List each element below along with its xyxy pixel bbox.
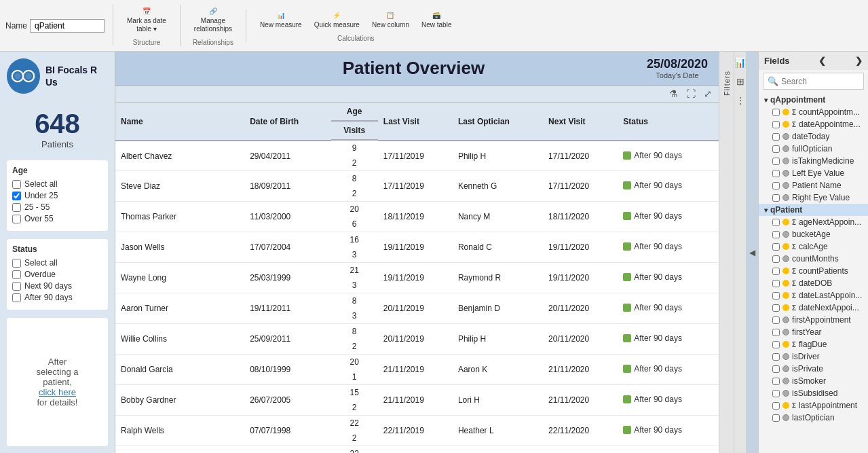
cell-last-visit: 22/11/2019	[378, 416, 453, 446]
mark-as-date-button[interactable]: 📅 Mark as datetable ▾	[121, 5, 172, 36]
tree-field-item[interactable]: firstYear	[759, 326, 868, 338]
status-next-90[interactable]: Next 90 days	[12, 281, 102, 291]
focus-icon-button[interactable]: ⛶	[683, 87, 698, 101]
tree-field-item[interactable]: Right Eye Value	[759, 192, 868, 204]
fields-search-input[interactable]	[781, 77, 859, 86]
status-select-all[interactable]: Select all	[12, 258, 102, 268]
tree-field-item[interactable]: fullOptician	[759, 143, 868, 155]
tree-folder[interactable]: ▾ qPatient	[759, 204, 868, 216]
tree-field-item[interactable]: isPrivate	[759, 363, 868, 375]
name-input[interactable]	[30, 19, 105, 33]
status-filter: Status Select all Overdue Next 90 days A…	[7, 239, 108, 310]
age-over-55[interactable]: Over 55	[12, 214, 102, 223]
manage-relationships-button[interactable]: 🔗 Managerelationships	[189, 5, 238, 36]
age-25-55-checkbox[interactable]	[12, 203, 21, 212]
table-row[interactable]: Albert Chavez 29/04/2011 9 2 17/11/2019 …	[115, 141, 719, 171]
status-after-90-checkbox[interactable]	[12, 293, 21, 302]
tree-field-item[interactable]: Σ dateNextAppoi...	[759, 302, 868, 314]
col-status: Status	[618, 103, 719, 141]
status-overdue[interactable]: Overdue	[12, 270, 102, 279]
viz-icon-3[interactable]: ⋮	[736, 95, 745, 106]
age-select-all[interactable]: Select all	[12, 179, 102, 189]
tree-field-item[interactable]: Σ countPatients	[759, 265, 868, 277]
table-row[interactable]: Donald Garcia 08/10/1999 20 1 21/11/2019…	[115, 355, 719, 385]
cell-last-visit: 19/11/2019	[378, 232, 453, 263]
expand-icon-button[interactable]: ⤢	[701, 87, 715, 101]
status-after-90[interactable]: After 90 days	[12, 293, 102, 302]
cell-last-visit: 17/11/2019	[378, 141, 453, 171]
cell-last-optician: Kenneth G	[453, 171, 543, 202]
table-row[interactable]: Bobby Gardner 26/07/2005 15 2 21/11/2019…	[115, 385, 719, 416]
patient-number: 648	[7, 109, 108, 139]
tree-item-label: isPrivate	[792, 364, 823, 374]
tree-field-item[interactable]: lastOptician	[759, 412, 868, 424]
new-measure-button[interactable]: 📊 New measure	[254, 9, 307, 32]
tree-field-item[interactable]: isSubsidised	[759, 387, 868, 399]
age-over-55-checkbox[interactable]	[12, 215, 21, 223]
tree-field-item[interactable]: Patient Name	[759, 179, 868, 192]
tree-field-item[interactable]: Left Eye Value	[759, 167, 868, 179]
tree-item-label: isSubsidised	[792, 388, 837, 398]
status-badge: After 90 days	[623, 211, 682, 221]
new-table-button[interactable]: 🗃️ New table	[416, 9, 457, 32]
new-column-button[interactable]: 📋 New column	[366, 9, 415, 32]
tree-field-item[interactable]: isSmoker	[759, 375, 868, 387]
status-next-90-label: Next 90 days	[24, 281, 72, 291]
table-row[interactable]: Jason Wells 17/07/2004 16 3 19/11/2019 R…	[115, 232, 719, 263]
tree-item-label: qAppointment	[770, 95, 825, 105]
collapse-button[interactable]: ◀	[746, 52, 758, 453]
table-row[interactable]: Joshua Bradley 05/11/1997 22 6 22/11/201…	[115, 446, 719, 454]
tree-folder[interactable]: ▾ qAppointment	[759, 94, 868, 106]
chevron-left-icon[interactable]: ❮	[818, 56, 826, 66]
tree-field-item[interactable]: dateToday	[759, 130, 868, 143]
tree-field-item[interactable]: Σ dateLastAppoin...	[759, 289, 868, 302]
age-25-55[interactable]: 25 - 55	[12, 202, 102, 212]
cell-status: After 90 days	[618, 416, 719, 446]
cell-dob: 17/07/2004	[244, 232, 331, 263]
tree-field-item[interactable]: isTakingMedicine	[759, 155, 868, 167]
tree-field-item[interactable]: Σ ageNextAppoin...	[759, 216, 868, 228]
tree-field-item[interactable]: Σ countAppointm...	[759, 106, 868, 118]
tree-field-item[interactable]: Σ calcAge	[759, 240, 868, 253]
toolbar-structure-buttons: 📅 Mark as datetable ▾	[121, 5, 172, 36]
tree-field-item[interactable]: countMonths	[759, 253, 868, 265]
fields-panel: Fields ❮ ❯ 🔍 ▾ qAppointment Σ countAppoi…	[758, 52, 868, 453]
viz-icon-2[interactable]: ⊞	[736, 76, 744, 87]
cell-status: After 90 days	[618, 293, 719, 324]
table-row[interactable]: Wayne Long 25/03/1999 21 3 19/11/2019 Ra…	[115, 263, 719, 293]
status-badge: After 90 days	[623, 151, 682, 160]
filter-icon-button[interactable]: ⚗	[666, 87, 681, 101]
age-under-25-checkbox[interactable]	[12, 192, 21, 200]
tree-field-item[interactable]: bucketAge	[759, 228, 868, 240]
table-row[interactable]: Thomas Parker 11/03/2000 20 6 18/11/2019…	[115, 202, 719, 232]
table-row[interactable]: Ralph Wells 07/07/1998 22 2 22/11/2019 H…	[115, 416, 719, 446]
table-row[interactable]: Willie Collins 25/09/2011 8 2 20/11/2019…	[115, 324, 719, 355]
viz-strip: 📊 ⊞ ⋮	[734, 52, 746, 453]
table-header-row: Name Date of Birth Age Visits Last Visit…	[115, 103, 719, 141]
table-row[interactable]: Aaron Turner 19/11/2011 8 3 20/11/2019 B…	[115, 293, 719, 324]
cell-next-visit: 17/11/2020	[543, 171, 618, 202]
age-select-all-checkbox[interactable]	[12, 180, 21, 189]
tree-field-item[interactable]: isDriver	[759, 350, 868, 363]
tree-field-item[interactable]: Σ flagDue	[759, 338, 868, 350]
status-dot	[623, 304, 631, 312]
tree-field-item[interactable]: Σ lastAppointment	[759, 399, 868, 412]
data-table-wrapper[interactable]: Name Date of Birth Age Visits Last Visit…	[115, 103, 719, 453]
quick-measure-button[interactable]: ⚡ Quick measure	[309, 9, 365, 32]
fields-search-box[interactable]: 🔍	[763, 73, 864, 90]
age-under-25[interactable]: Under 25	[12, 191, 102, 200]
viz-icon-1[interactable]: 📊	[734, 57, 746, 68]
click-here-link[interactable]: click here	[39, 387, 76, 397]
status-select-all-checkbox[interactable]	[12, 259, 21, 268]
table-row[interactable]: Steve Diaz 18/09/2011 8 2 17/11/2019 Ken…	[115, 171, 719, 202]
brand-logo	[7, 58, 40, 94]
status-next-90-checkbox[interactable]	[12, 282, 21, 291]
tree-field-item[interactable]: Σ dateDOB	[759, 277, 868, 289]
tree-field-item[interactable]: firstAppointment	[759, 314, 868, 326]
status-badge: After 90 days	[623, 333, 682, 343]
cell-dob: 11/03/2000	[244, 202, 331, 232]
tree-field-item[interactable]: Σ dateAppointme...	[759, 118, 868, 130]
chevron-right-icon[interactable]: ❯	[855, 56, 863, 66]
age-25-55-label: 25 - 55	[24, 202, 50, 212]
status-overdue-checkbox[interactable]	[12, 270, 21, 279]
